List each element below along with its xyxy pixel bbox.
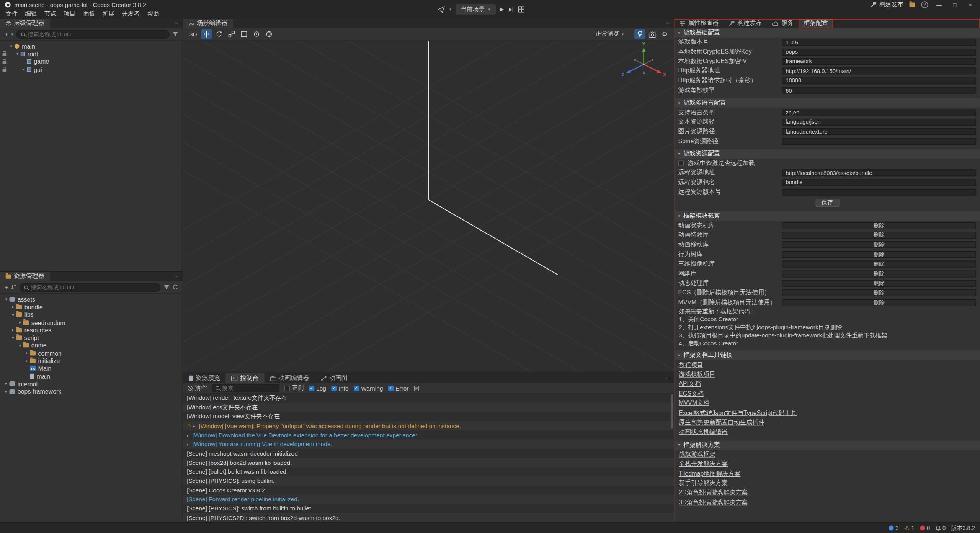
maximize-button[interactable]: □	[950, 2, 959, 8]
fps-input[interactable]	[782, 87, 976, 94]
regex-checkbox[interactable]: 正则	[284, 384, 304, 392]
scene-select-dropdown[interactable]: 当前场景 ▾	[456, 4, 495, 14]
asset-item-common[interactable]: ▸common	[0, 349, 183, 357]
console-row[interactable]: [Scene] [PHYSICS]: switch from builtin t…	[183, 504, 674, 513]
toggle-3d-button[interactable]: 3D	[187, 29, 199, 39]
asset-item-assets[interactable]: ▾assets	[0, 296, 183, 303]
save-button[interactable]: 保存	[815, 199, 839, 207]
delete-module-button[interactable]: 删除	[782, 280, 976, 287]
view-mode-dropdown[interactable]: 正常浏览 ▾	[595, 30, 624, 38]
doc-link[interactable]: ECS文档	[679, 390, 704, 398]
panel-menu-icon[interactable]: ≡	[175, 20, 178, 26]
scene-settings-button[interactable]: ⚙	[659, 29, 670, 39]
asset-item-bundle[interactable]: ▸bundle	[0, 303, 183, 311]
preview-target-caret-icon[interactable]: ▾	[449, 7, 451, 12]
clear-console-button[interactable]: 清空	[188, 384, 207, 392]
create-node-caret-icon[interactable]: ▾	[11, 31, 13, 36]
minimize-button[interactable]: —	[934, 2, 944, 8]
crypto-iv-input[interactable]	[782, 58, 976, 65]
close-button[interactable]: ×	[965, 2, 975, 8]
section-resource[interactable]: ▾游戏资源配置	[675, 149, 980, 159]
message-count[interactable]: 3	[889, 525, 898, 531]
delete-module-button[interactable]: 删除	[782, 289, 976, 296]
remote-url-input[interactable]	[782, 170, 976, 177]
asset-item-internal[interactable]: ▸internal	[0, 380, 183, 388]
menu-developer[interactable]: 开发者	[118, 10, 144, 18]
hierarchy-node-main[interactable]: ▾main	[0, 43, 183, 50]
asset-item-main-scene[interactable]: main	[0, 373, 183, 380]
menu-edit[interactable]: 编辑	[21, 10, 41, 18]
doc-link[interactable]: 动画状态机编辑器	[679, 428, 728, 436]
warning-count[interactable]: ⚠1	[904, 525, 914, 531]
coordinate-toggle-button[interactable]	[264, 29, 274, 39]
menu-extension[interactable]: 扩展	[99, 10, 118, 18]
delete-module-button[interactable]: 删除	[782, 242, 976, 249]
lock-icon[interactable]	[2, 53, 6, 56]
section-language[interactable]: ▾游戏多语言配置	[675, 98, 980, 108]
doc-link[interactable]: MVVM文档	[679, 399, 709, 407]
collapse-icon[interactable]: ▾	[10, 335, 16, 340]
panel-menu-icon[interactable]: ≡	[175, 273, 178, 280]
folder-icon[interactable]	[910, 3, 915, 7]
remote-load-checkbox[interactable]	[678, 161, 684, 167]
step-button[interactable]	[508, 7, 514, 12]
tab-service[interactable]: 服务	[767, 19, 799, 28]
expand-icon[interactable]: ▸	[10, 328, 16, 333]
solution-link[interactable]: 2D角色扮演游戏解决方案	[679, 489, 748, 497]
menu-help[interactable]: 帮助	[144, 10, 163, 18]
collapse-icon[interactable]: ▾	[3, 297, 9, 302]
tab-console[interactable]: 控制台	[226, 373, 264, 383]
doc-link[interactable]: 原生包热更新配置自动生成插件	[679, 419, 764, 427]
assets-tab[interactable]: 资源管理器	[0, 272, 50, 281]
doc-link[interactable]: 教程项目	[679, 361, 703, 369]
solution-link[interactable]: Tiledmap地图解决方案	[679, 469, 740, 477]
notification-count[interactable]: 0	[936, 525, 946, 531]
collapse-icon[interactable]: ▾	[8, 44, 14, 49]
tab-framework-config[interactable]: 框架配置	[799, 19, 833, 28]
doc-link[interactable]: 游戏模板项目	[679, 371, 715, 379]
panel-menu-icon[interactable]: ≡	[666, 20, 670, 26]
asset-item-game[interactable]: ▾game	[0, 342, 183, 349]
solution-link[interactable]: 新手引导解决方案	[679, 479, 728, 487]
expand-icon[interactable]: ▸	[187, 433, 193, 437]
filter-icon[interactable]	[164, 284, 170, 289]
asset-item-script[interactable]: ▾script	[0, 334, 183, 342]
scene-camera-button[interactable]	[647, 29, 658, 39]
expand-icon[interactable]: ▸	[17, 320, 23, 325]
move-tool-button[interactable]	[201, 29, 212, 39]
remote-version-input[interactable]	[782, 189, 976, 196]
game-version-input[interactable]	[782, 39, 976, 46]
console-row[interactable]: [Scene] [bullet]:bullet wasm lib loaded.	[183, 467, 674, 476]
assets-search-input[interactable]	[31, 284, 156, 290]
help-icon[interactable]: ?	[921, 1, 928, 8]
doc-link[interactable]: Excel格式转Json文件与TypeScript代码工具	[679, 409, 797, 417]
console-scrollbar[interactable]	[671, 394, 673, 429]
create-asset-button[interactable]: +	[4, 284, 8, 290]
http-timeout-input[interactable]	[782, 77, 976, 84]
expand-icon[interactable]: ▸	[24, 358, 30, 363]
collapse-icon[interactable]: ▾	[15, 52, 21, 57]
section-modules[interactable]: ▾框架模块裁剪	[675, 211, 980, 221]
tab-animation-graph[interactable]: 动画图	[315, 373, 353, 383]
asset-item-seedrandom[interactable]: ▸seedrandom	[0, 319, 183, 326]
delete-module-button[interactable]: 删除	[782, 299, 976, 306]
spine-path-input[interactable]	[782, 138, 976, 145]
menu-panel[interactable]: 面板	[79, 10, 99, 18]
expand-icon[interactable]: ▸	[3, 389, 9, 394]
hierarchy-node-game[interactable]: game	[0, 58, 183, 65]
asset-item-libs[interactable]: ▾libs	[0, 311, 183, 319]
axis-gizmo[interactable]: Y X Z	[622, 41, 667, 77]
play-button[interactable]: ▶	[500, 6, 504, 12]
http-server-input[interactable]	[782, 68, 976, 75]
section-solutions[interactable]: ▾框架解决方案	[675, 440, 980, 450]
menu-node[interactable]: 节点	[41, 10, 60, 18]
hierarchy-search-input[interactable]	[28, 31, 164, 37]
section-game-basic[interactable]: ▾游戏基础配置	[675, 28, 980, 37]
lock-icon[interactable]	[2, 61, 6, 64]
console-row[interactable]: [Window] ecs文件夹不存在	[183, 403, 674, 412]
console-row[interactable]: [Window] model_view文件夹不存在	[183, 412, 674, 421]
console-row[interactable]: [Scene] [PHYSICS]: using builtin.	[183, 476, 674, 486]
pivot-toggle-button[interactable]	[252, 29, 262, 39]
filter-warning-checkbox[interactable]: ✓Warning	[354, 384, 383, 391]
solution-link[interactable]: 战旗游戏框架	[679, 450, 715, 458]
